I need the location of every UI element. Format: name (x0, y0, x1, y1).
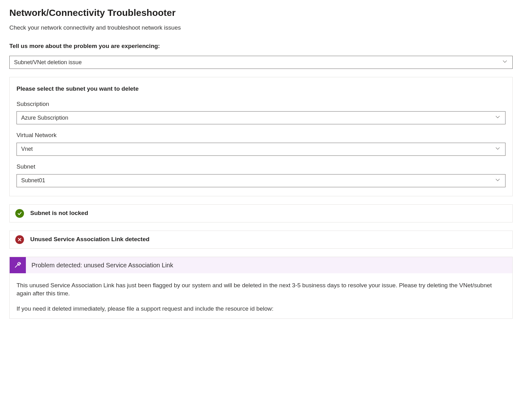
check-sal-text: Unused Service Association Link detected (30, 235, 150, 244)
chevron-down-icon (495, 177, 500, 184)
problem-body-paragraph-1: This unused Service Association Link has… (17, 281, 505, 298)
check-lock-text: Subnet is not locked (30, 209, 88, 217)
chevron-down-icon (495, 145, 500, 153)
problem-detected-panel: Problem detected: unused Service Associa… (9, 257, 513, 319)
wrench-icon (10, 257, 26, 273)
check-lock-row[interactable]: Subnet is not locked (9, 204, 513, 222)
check-sal-row[interactable]: Unused Service Association Link detected (9, 231, 513, 249)
success-icon (15, 209, 24, 218)
error-icon (15, 235, 24, 244)
problem-body-paragraph-2: If you need it deleted immediately, plea… (17, 305, 505, 313)
subnet-label: Subnet (17, 163, 505, 171)
subnet-selection-title: Please select the subnet you want to del… (17, 85, 505, 93)
chevron-down-icon (502, 59, 507, 66)
vnet-label: Virtual Network (17, 131, 505, 140)
vnet-value: Vnet (21, 145, 33, 153)
subnet-value: Subnet01 (21, 177, 45, 184)
problem-header-text: Problem detected: unused Service Associa… (26, 257, 179, 273)
page-subtitle: Check your network connectivity and trou… (9, 24, 513, 32)
page-title: Network/Connectivity Troubleshooter (9, 6, 513, 19)
problem-header: Problem detected: unused Service Associa… (10, 257, 512, 273)
subscription-value: Azure Subscription (21, 114, 68, 122)
problem-type-value: Subnet/VNet deletion issue (14, 59, 82, 66)
subscription-label: Subscription (17, 100, 505, 108)
problem-body: This unused Service Association Link has… (10, 273, 512, 319)
subscription-dropdown[interactable]: Azure Subscription (17, 111, 505, 124)
problem-type-dropdown[interactable]: Subnet/VNet deletion issue (9, 56, 513, 69)
vnet-dropdown[interactable]: Vnet (17, 143, 505, 156)
problem-prompt-label: Tell us more about the problem you are e… (9, 42, 513, 50)
chevron-down-icon (495, 114, 500, 122)
subnet-dropdown[interactable]: Subnet01 (17, 174, 505, 187)
subnet-selection-card: Please select the subnet you want to del… (9, 77, 513, 196)
